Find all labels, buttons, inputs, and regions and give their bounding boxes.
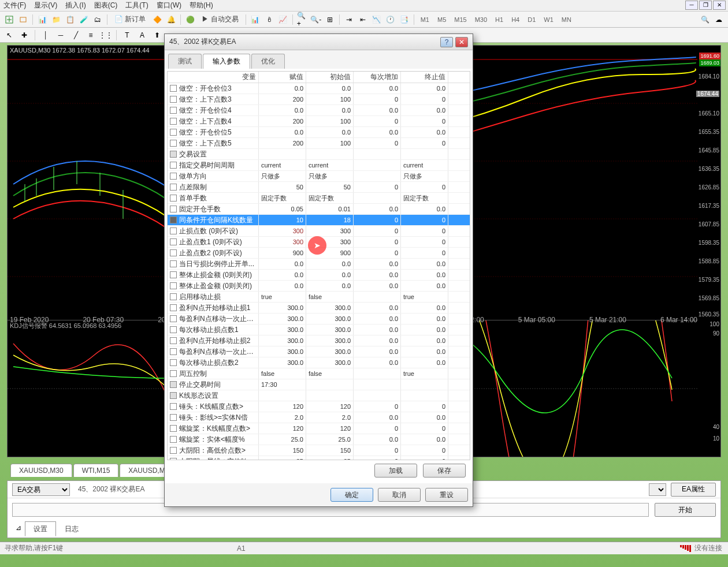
settings-cloud-icon[interactable]: ☁ — [713, 14, 725, 25]
chart-tab-wti-m15[interactable]: WTI,M15 — [73, 464, 119, 477]
row-checkbox[interactable] — [170, 107, 177, 114]
param-cell[interactable]: 300 — [306, 226, 354, 236]
table-row[interactable]: 锤头：K线幅度点数>12012000 — [168, 401, 470, 412]
cursor-icon[interactable]: ↖ — [3, 29, 15, 41]
row-checkbox[interactable] — [170, 162, 177, 169]
zoom-in-icon[interactable]: 🔍+ — [296, 14, 308, 25]
param-cell[interactable]: 0.0 — [354, 357, 401, 368]
param-cell[interactable]: 0.0 — [401, 335, 448, 346]
table-row[interactable]: 十阳阴：星线<-实体%353500 — [168, 456, 470, 460]
parameters-table[interactable]: 变量 赋值 初始值 每次增加 终止值 做空：开仓价位30.00.00.00.0做… — [167, 71, 470, 460]
expert-icon[interactable]: 🟢 — [184, 14, 196, 25]
dialog-tab-inputs[interactable]: 输入参数 — [203, 54, 250, 69]
param-cell[interactable] — [354, 292, 401, 302]
param-cell[interactable]: 0 — [401, 138, 448, 148]
param-cell[interactable]: false — [259, 368, 306, 379]
param-cell[interactable]: 0 — [354, 116, 401, 126]
param-cell[interactable]: 0.0 — [354, 83, 401, 94]
param-cell[interactable]: 0 — [354, 182, 401, 192]
channel-icon[interactable]: ≡ — [85, 29, 96, 41]
param-cell[interactable] — [259, 149, 306, 159]
table-row[interactable]: 交易设置 — [168, 149, 470, 160]
param-cell[interactable]: 0.0 — [259, 105, 306, 115]
param-cell[interactable]: 0.0 — [354, 434, 401, 445]
navigator-icon[interactable]: 📁 — [50, 14, 62, 25]
param-cell[interactable]: 0 — [401, 456, 448, 460]
param-cell[interactable]: 0.0 — [306, 270, 354, 280]
new-chart-icon[interactable] — [3, 14, 15, 25]
param-cell[interactable]: 200 — [259, 94, 306, 105]
param-cell[interactable] — [306, 379, 354, 390]
ea-properties-button[interactable]: EA属性 — [671, 483, 716, 497]
row-checkbox[interactable] — [170, 96, 177, 103]
label-icon[interactable]: A — [136, 29, 148, 41]
table-row[interactable]: K线形态设置 — [168, 390, 470, 401]
param-cell[interactable]: 固定手数 — [259, 193, 306, 203]
param-cell[interactable]: 300.0 — [259, 324, 306, 335]
table-row[interactable]: 启用移动止损truefalsetrue — [168, 292, 470, 303]
candle-chart-icon[interactable]: 🕯 — [263, 14, 275, 25]
param-cell[interactable]: 900 — [306, 248, 354, 258]
param-cell[interactable]: false — [306, 292, 354, 302]
param-cell[interactable] — [354, 368, 401, 379]
dialog-close-button[interactable]: ✕ — [455, 37, 468, 47]
param-cell[interactable]: 0.0 — [401, 259, 448, 269]
row-checkbox[interactable] — [170, 293, 177, 300]
param-cell[interactable]: 0.0 — [259, 259, 306, 269]
param-cell[interactable]: 0.0 — [354, 314, 401, 324]
table-row[interactable]: 做空：开仓价位40.00.00.00.0 — [168, 105, 470, 116]
param-cell[interactable]: 0.0 — [259, 270, 306, 280]
param-cell[interactable]: 300.0 — [259, 335, 306, 346]
table-row[interactable]: 锤头：影线>=实体N倍2.02.00.00.0 — [168, 412, 470, 423]
param-cell[interactable]: 只做多 — [306, 171, 354, 181]
dialog-help-button[interactable]: ? — [440, 37, 453, 47]
param-cell[interactable]: 0 — [354, 456, 401, 460]
param-cell[interactable]: 0.0 — [306, 281, 354, 291]
window-minimize[interactable]: ─ — [685, 1, 698, 10]
param-cell[interactable]: 0 — [401, 182, 448, 192]
param-cell[interactable]: 0.0 — [401, 434, 448, 445]
param-cell[interactable]: 300 — [306, 237, 354, 247]
alert-icon[interactable]: 🔔 — [165, 14, 177, 25]
tf-m1[interactable]: M1 — [418, 15, 432, 24]
param-cell[interactable]: 只做多 — [401, 171, 448, 181]
table-row[interactable]: 每盈利N点移动一次止损2300.0300.00.00.0 — [168, 346, 470, 357]
param-cell[interactable]: 120 — [306, 423, 354, 434]
row-checkbox[interactable] — [170, 260, 177, 267]
table-row[interactable]: 做空：开仓价位30.00.00.00.0 — [168, 83, 470, 94]
param-cell[interactable]: 100 — [306, 138, 354, 148]
param-cell[interactable] — [354, 160, 401, 170]
table-row[interactable]: 止盈点数2 (0则不设)90090000 — [168, 248, 470, 259]
param-cell[interactable]: 0 — [401, 423, 448, 434]
param-cell[interactable] — [354, 149, 401, 159]
menu-insert[interactable]: 插入(I) — [65, 1, 86, 10]
param-cell[interactable]: 0 — [354, 423, 401, 434]
table-row[interactable]: 螺旋桨：实体<幅度%25.025.00.00.0 — [168, 434, 470, 445]
param-cell[interactable]: 0 — [354, 237, 401, 247]
ea-type-select[interactable]: EA交易 — [12, 483, 70, 496]
table-row[interactable]: 盈利N点开始移动止损2300.0300.00.00.0 — [168, 335, 470, 346]
line-chart-icon[interactable]: 📈 — [277, 14, 289, 25]
param-cell[interactable]: 0.05 — [259, 204, 306, 214]
param-cell[interactable]: 0.0 — [354, 324, 401, 335]
tf-m30[interactable]: M30 — [472, 15, 490, 24]
param-cell[interactable]: 900 — [259, 248, 306, 258]
tf-m15[interactable]: M15 — [451, 15, 469, 24]
table-row[interactable]: 做空：上下点数520010000 — [168, 138, 470, 149]
param-cell[interactable] — [306, 149, 354, 159]
param-cell[interactable]: 0.0 — [401, 105, 448, 115]
param-cell[interactable]: 300.0 — [306, 346, 354, 357]
param-cell[interactable]: 150 — [306, 445, 354, 456]
table-row[interactable]: 停止交易时间17:30 — [168, 379, 470, 390]
tf-m5[interactable]: M5 — [434, 15, 449, 24]
dialog-tab-optimize[interactable]: 优化 — [251, 54, 285, 69]
param-cell[interactable]: 120 — [259, 401, 306, 412]
param-cell[interactable] — [259, 390, 306, 401]
param-cell[interactable]: 0.0 — [401, 204, 448, 214]
param-cell[interactable]: current — [401, 160, 448, 170]
row-checkbox[interactable] — [170, 184, 177, 191]
param-cell[interactable] — [354, 193, 401, 203]
strategy-tester-icon[interactable]: 🧪 — [78, 14, 90, 25]
dialog-tab-test[interactable]: 测试 — [168, 54, 202, 69]
tf-mn[interactable]: MN — [559, 15, 574, 24]
